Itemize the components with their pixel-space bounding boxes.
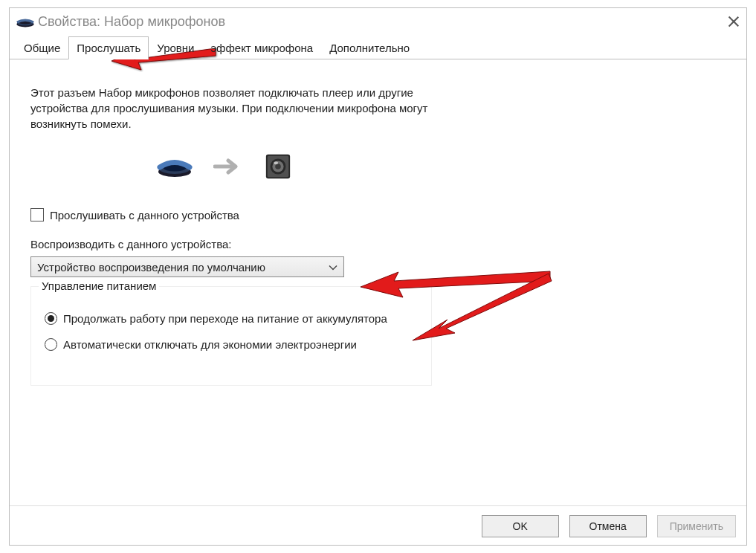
- description-text: Этот разъем Набор микрофонов позволяет п…: [30, 85, 432, 132]
- tab-advanced[interactable]: Дополнительно: [321, 36, 418, 59]
- cancel-button[interactable]: Отмена: [569, 515, 647, 537]
- power-option-autooff[interactable]: Автоматически отключать для экономии эле…: [45, 338, 422, 351]
- tab-listen[interactable]: Прослушать: [68, 36, 149, 59]
- svg-point-10: [275, 164, 281, 169]
- properties-dialog: Свойства: Набор микрофонов Общие Прослуш…: [9, 7, 747, 546]
- power-legend: Управление питанием: [39, 279, 159, 292]
- close-icon[interactable]: [727, 15, 740, 28]
- listen-checkbox-row: Прослушивать с данного устройства: [30, 208, 726, 221]
- power-management-group: Управление питанием Продолжать работу пр…: [30, 286, 432, 386]
- window-title: Свойства: Набор микрофонов: [38, 14, 727, 30]
- playback-device-label: Воспроизводить с данного устройства:: [30, 238, 726, 250]
- dialog-buttons: OK Отмена Применить: [482, 515, 736, 537]
- arrow-right-icon: [213, 158, 243, 178]
- radio-autooff-label: Автоматически отключать для экономии эле…: [63, 338, 357, 351]
- device-flow-row: [30, 152, 726, 183]
- tab-mic-effect[interactable]: эффект микрофона: [202, 36, 321, 59]
- radio-continue[interactable]: [45, 312, 57, 325]
- radio-autooff[interactable]: [45, 338, 57, 351]
- ok-button[interactable]: OK: [482, 515, 559, 537]
- tab-levels[interactable]: Уровни: [149, 36, 202, 59]
- audio-jack-icon: [16, 16, 32, 27]
- playback-device-combobox[interactable]: Устройство воспроизведения по умолчанию: [30, 256, 344, 277]
- tab-general[interactable]: Общие: [16, 36, 68, 59]
- speaker-icon: [264, 152, 292, 183]
- audio-jack-icon: [157, 155, 193, 181]
- listen-checkbox[interactable]: [30, 208, 44, 221]
- button-separator: [10, 505, 746, 506]
- listen-checkbox-label: Прослушивать с данного устройства: [50, 209, 239, 221]
- apply-button[interactable]: Применить: [657, 515, 736, 537]
- titlebar[interactable]: Свойства: Набор микрофонов: [10, 8, 746, 35]
- radio-continue-label: Продолжать работу при переходе на питани…: [63, 312, 387, 325]
- playback-device-value: Устройство воспроизведения по умолчанию: [37, 261, 265, 274]
- tabstrip: Общие Прослушать Уровни эффект микрофона…: [10, 36, 746, 59]
- chevron-down-icon: [329, 261, 337, 274]
- svg-point-11: [274, 161, 278, 164]
- tab-content: Этот разъем Набор микрофонов позволяет п…: [10, 59, 746, 393]
- power-option-continue[interactable]: Продолжать работу при переходе на питани…: [45, 312, 422, 325]
